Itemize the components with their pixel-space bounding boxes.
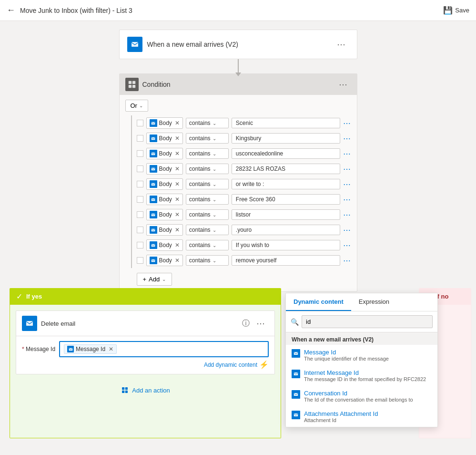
value-input-1[interactable]: Kingsbury	[232, 133, 340, 144]
topbar-left: ← Move Junk to Inbox (with filter) - Lis…	[7, 5, 132, 15]
tab-expression[interactable]: Expression	[351, 293, 397, 311]
list-item[interactable]: Attachments Attachment Id Attachment Id	[286, 406, 437, 427]
row-more-0[interactable]: ⋯	[343, 119, 351, 128]
row-more-3[interactable]: ⋯	[343, 165, 351, 174]
svg-rect-41	[294, 414, 298, 416]
row-checkbox-9[interactable]	[137, 257, 143, 264]
value-input-4[interactable]: or write to :	[232, 179, 340, 189]
outlook-chip-icon-5	[150, 196, 157, 203]
row-more-2[interactable]: ⋯	[343, 149, 351, 158]
trigger-more-button[interactable]: ⋯	[334, 38, 349, 51]
chip-close-3[interactable]: ✕	[175, 165, 180, 172]
value-input-3[interactable]: 28232 LAS ROZAS	[232, 164, 340, 174]
row-checkbox-5[interactable]	[137, 196, 143, 203]
svg-rect-29	[69, 348, 72, 351]
row-more-6[interactable]: ⋯	[343, 210, 351, 219]
tab-dynamic-content[interactable]: Dynamic content	[286, 293, 351, 311]
info-button[interactable]: ⓘ	[242, 317, 250, 330]
save-icon: 💾	[443, 6, 453, 15]
row-more-4[interactable]: ⋯	[343, 180, 351, 189]
row-checkbox-3[interactable]	[137, 165, 143, 172]
action-card-body: * Message Id Message Id ✕	[16, 336, 274, 374]
body-chip-4: Body ✕	[146, 178, 183, 190]
contains-select-9[interactable]: contains ⌄	[186, 255, 229, 266]
value-input-6[interactable]: listsor	[232, 209, 340, 220]
chip-close-0[interactable]: ✕	[175, 120, 180, 126]
add-action-label: Add an action	[132, 387, 170, 394]
contains-select-7[interactable]: contains ⌄	[186, 225, 229, 235]
chip-close-9[interactable]: ✕	[175, 257, 180, 264]
search-input[interactable]	[302, 315, 433, 328]
chip-close-6[interactable]: ✕	[175, 211, 180, 218]
chip-close-4[interactable]: ✕	[175, 181, 180, 187]
chevron-icon-5: ⌄	[213, 197, 225, 202]
add-action-button[interactable]: Add an action	[121, 386, 170, 394]
field-label-text: Message Id	[26, 346, 55, 352]
condition-rows: Body ✕ contains ⌄ Scenic ⋯	[131, 115, 351, 268]
add-button[interactable]: + Add ⌄	[137, 273, 172, 286]
contains-select-4[interactable]: contains ⌄	[186, 179, 229, 189]
list-item[interactable]: Conversation Id The Id of the conversati…	[286, 386, 437, 406]
chip-close-7[interactable]: ✕	[175, 227, 180, 233]
value-input-8[interactable]: If you wish to	[232, 240, 340, 250]
contains-select-8[interactable]: contains ⌄	[186, 240, 229, 250]
chevron-icon-8: ⌄	[213, 243, 225, 248]
save-button[interactable]: 💾 Save	[443, 6, 469, 15]
row-checkbox-6[interactable]	[137, 211, 143, 218]
chip-outlook-icon	[67, 346, 74, 352]
add-dynamic-content-link[interactable]: Add dynamic content ⚡	[22, 360, 269, 369]
row-checkbox-4[interactable]	[137, 181, 143, 187]
row-more-5[interactable]: ⋯	[343, 195, 351, 204]
action-more-button[interactable]: ⋯	[253, 317, 269, 330]
value-input-7[interactable]: .youro	[232, 225, 340, 235]
list-item[interactable]: Message Id The unique identifier of the …	[286, 345, 437, 365]
ifyes-header: ✓ If yes	[10, 288, 281, 305]
contains-select-1[interactable]: contains ⌄	[186, 133, 229, 144]
trigger-card: When a new email arrives (V2) ⋯	[119, 30, 357, 59]
outlook-icon	[130, 40, 140, 49]
row-checkbox-1[interactable]	[137, 135, 143, 142]
chip-close-5[interactable]: ✕	[175, 196, 180, 203]
check-icon: ✓	[16, 292, 22, 301]
table-row: Body ✕ contains ⌄ Free Score 360 ⋯	[132, 192, 351, 207]
add-dynamic-label: Add dynamic content	[204, 362, 257, 368]
row-more-1[interactable]: ⋯	[343, 134, 351, 143]
save-label: Save	[455, 7, 469, 14]
chip-close-1[interactable]: ✕	[175, 135, 180, 142]
row-checkbox-7[interactable]	[137, 227, 143, 233]
row-checkbox-8[interactable]	[137, 242, 143, 248]
value-input-0[interactable]: Scenic	[232, 118, 340, 128]
row-more-9[interactable]: ⋯	[343, 256, 351, 265]
chip-remove-icon[interactable]: ✕	[109, 346, 113, 352]
condition-header: Condition ⋯	[120, 74, 357, 95]
flow-arrow	[238, 59, 239, 73]
row-more-7[interactable]: ⋯	[343, 226, 351, 235]
value-input-9[interactable]: remove yourself	[232, 255, 340, 266]
add-action-icon	[121, 386, 129, 394]
contains-select-3[interactable]: contains ⌄	[186, 164, 229, 174]
chip-text: Message Id	[76, 346, 105, 352]
chip-close-2[interactable]: ✕	[175, 150, 180, 157]
contains-select-0[interactable]: contains ⌄	[186, 118, 229, 128]
contains-select-6[interactable]: contains ⌄	[186, 209, 229, 220]
condition-more-button[interactable]: ⋯	[336, 78, 351, 91]
outlook-chip-icon-2	[150, 150, 157, 157]
contains-select-5[interactable]: contains ⌄	[186, 194, 229, 205]
back-button[interactable]: ←	[7, 5, 15, 15]
message-id-input[interactable]: Message Id ✕	[59, 341, 269, 357]
list-item[interactable]: Internet Message Id The message ID in th…	[286, 365, 437, 386]
value-input-2[interactable]: usconcealedonline	[232, 148, 340, 159]
or-button[interactable]: Or ⌄	[125, 100, 148, 112]
panel-item-desc-0: The unique identifier of the message	[304, 356, 389, 362]
or-label: Or	[131, 102, 137, 109]
value-input-5[interactable]: Free Score 360	[232, 194, 340, 205]
svg-rect-11	[152, 152, 155, 155]
row-checkbox-2[interactable]	[137, 150, 143, 157]
chip-close-8[interactable]: ✕	[175, 242, 180, 248]
row-more-8[interactable]: ⋯	[343, 241, 351, 250]
contains-select-2[interactable]: contains ⌄	[186, 148, 229, 159]
panel-item-outlook-icon-0	[292, 349, 300, 358]
row-checkbox-0[interactable]	[137, 120, 143, 126]
trigger-icon-wrap	[127, 37, 142, 52]
body-chip-3: Body ✕	[146, 163, 183, 175]
